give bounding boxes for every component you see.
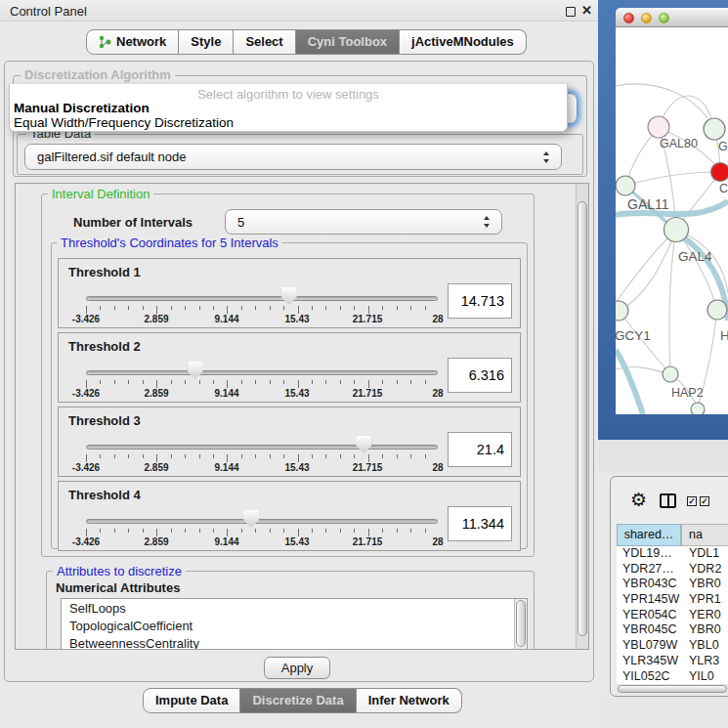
tick-label: 21.715 [353,462,383,473]
table-horizontal-scrollbar[interactable] [617,684,728,694]
cell[interactable]: YER054C [617,608,681,623]
table-row[interactable]: YBR043CYBR0 [617,577,728,592]
cell[interactable]: YPR1 [681,592,728,608]
network-window-titlebar[interactable] [616,8,728,27]
checkbox-icon[interactable]: ✓ [687,496,697,506]
threshold-2-block: Threshold 2 -3.426 2.859 9.144 15.43 21.… [58,332,521,403]
slider-thumb[interactable] [243,510,259,528]
tab-cyni-toolbox[interactable]: Cyni Toolbox [296,29,400,55]
tick-label: 28 [432,388,443,399]
close-traffic-light-icon[interactable] [623,13,634,23]
tab-discretize-data[interactable]: Discretize Data [240,688,356,713]
list-item[interactable]: SelfLoops [62,599,527,617]
split-columns-icon[interactable] [660,493,676,508]
threshold-2-slider[interactable]: -3.426 2.859 9.144 15.43 21.715 28 [86,333,438,404]
table-row[interactable]: YBR045CYBR0 [617,622,728,638]
cell[interactable]: YER0 [681,608,728,623]
zoom-traffic-light-icon[interactable] [659,13,669,23]
slider-track[interactable] [86,445,438,450]
table-row[interactable]: YIL052CYIL0 [617,669,728,685]
list-scrollbar[interactable] [514,599,527,650]
table-row[interactable]: YBL079WYBL0 [617,638,728,654]
node-gal4[interactable] [664,218,689,242]
node-gal80[interactable] [648,116,669,138]
tab-select[interactable]: Select [234,29,295,55]
number-of-intervals-spinner[interactable]: 5 [225,209,502,235]
node-label-partial: H [720,328,728,343]
tab-jactivemnodules[interactable]: jActiveMNodules [400,29,527,55]
slider-major-ticks [86,529,439,536]
dropdown-option-manual[interactable]: Manual Discretization [14,101,150,115]
node[interactable] [691,403,705,414]
float-window-icon[interactable] [566,7,576,17]
column-header-shared[interactable]: shared… [617,524,681,546]
tab-style[interactable]: Style [179,29,234,55]
table-toolbar: ⚙ ✓ ✓ [611,477,728,524]
minimize-traffic-light-icon[interactable] [641,13,652,23]
cell[interactable]: YDL19… [617,546,681,562]
list-item[interactable]: TopologicalCoefficient [62,617,527,634]
tick-label: 21.715 [353,536,383,547]
cell[interactable]: YBL0 [681,638,728,654]
node[interactable] [704,118,725,140]
table-row[interactable]: YDL19…YDL1 [617,546,728,562]
scrollbar-thumb[interactable] [516,600,526,647]
tab-infer-network[interactable]: Infer Network [357,688,462,713]
threshold-4-value-field[interactable]: 11.344 [448,506,512,541]
cell[interactable]: YDR27… [617,562,681,578]
slider-thumb[interactable] [281,287,297,305]
threshold-1-slider[interactable]: -3.426 2.859 9.144 15.43 21.715 28 [86,259,438,329]
threshold-4-slider[interactable]: -3.426 2.859 9.144 15.43 21.715 28 [86,482,438,552]
slider-track[interactable] [86,519,438,524]
slider-track[interactable] [86,296,438,301]
slider-track[interactable] [86,370,438,375]
list-item[interactable]: BetweennessCentrality [62,634,527,650]
tick-label: 15.43 [284,462,309,473]
cell[interactable]: YLR3 [681,654,728,669]
cell[interactable]: YBL079W [617,638,681,654]
threshold-1-block: Threshold 1 -3.426 2.859 9.144 15.43 21.… [58,258,521,328]
tab-impute-data[interactable]: Impute Data [143,688,240,713]
cell[interactable]: YBR043C [617,577,681,592]
threshold-2-value-field[interactable]: 6.316 [448,358,512,393]
gear-icon[interactable]: ⚙ [630,489,647,511]
threshold-3-slider[interactable]: -3.426 2.859 9.144 15.43 21.715 28 [86,407,438,478]
table-row[interactable]: YER054CYER0 [617,608,728,623]
network-view-canvas[interactable]: GAL80 GA C GAL11 GAL4 GCY1 H HAP2 [616,27,728,414]
node-gal11[interactable] [616,176,635,195]
cell[interactable]: YLR345W [617,654,681,669]
threshold-3-value-field[interactable]: 21.4 [448,432,512,467]
main-scrollbar[interactable] [576,184,588,649]
cell[interactable]: YIL052C [617,669,681,685]
checkbox-icon[interactable]: ✓ [700,496,709,506]
slider-thumb[interactable] [188,362,203,379]
cell[interactable]: YBR0 [681,622,728,638]
threshold-1-value-field[interactable]: 14.713 [448,283,512,319]
scrollbar-thumb[interactable] [618,685,727,693]
cell[interactable]: YDL1 [681,546,728,562]
column-header-name[interactable]: na [681,524,728,546]
table-row[interactable]: YDR27…YDR2 [617,562,728,578]
table-body[interactable]: YDL19…YDL1 YDR27…YDR2 YBR043CYBR0 YPR145… [617,546,728,684]
cell[interactable]: YIL0 [681,669,728,685]
scrollbar-thumb[interactable] [578,201,587,636]
node-selected-red[interactable] [711,163,728,182]
table-data-combobox[interactable]: galFiltered.sif default node [24,144,562,170]
cell[interactable]: YBR045C [617,622,681,638]
node-hap2[interactable] [663,366,678,382]
dropdown-option-equal-width[interactable]: Equal Width/Frequency Discretization [14,115,234,130]
numerical-attributes-list[interactable]: SelfLoops TopologicalCoefficient Between… [61,598,528,650]
tick-label: -3.426 [72,536,100,547]
close-icon[interactable]: ✕ [581,3,592,18]
cell[interactable]: YDR2 [681,562,728,578]
table-row[interactable]: YPR145WYPR1 [617,592,728,608]
node-gcy1[interactable] [616,301,628,321]
apply-button[interactable]: Apply [264,657,330,679]
control-panel-titlebar: Control Panel ✕ [0,0,598,21]
cell[interactable]: YPR145W [617,592,681,608]
tab-network[interactable]: Network [86,29,179,55]
table-row[interactable]: YLR345WYLR3 [617,654,728,669]
cell[interactable]: YBR0 [681,577,728,592]
node[interactable] [707,300,727,320]
slider-thumb[interactable] [356,436,371,453]
